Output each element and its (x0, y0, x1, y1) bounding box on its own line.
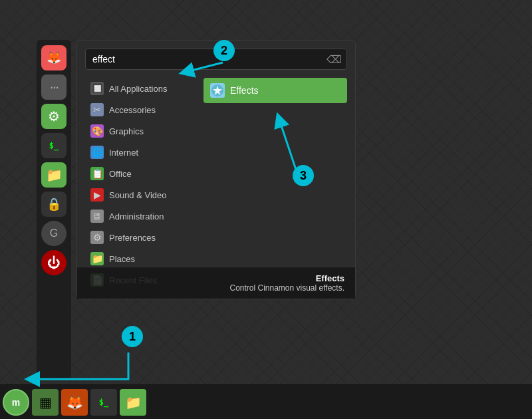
taskbar-mint-button[interactable]: m (3, 389, 29, 416)
annotation-3-label: 3 (300, 169, 307, 183)
category-soundvideo[interactable]: ▶ Sound & Video (85, 184, 198, 206)
taskbar: m ▦ 🦊 $_ 📁 (0, 384, 532, 419)
annotation-1-label: 1 (129, 330, 136, 344)
sidebar-icon-firefox[interactable]: 🦊 (41, 45, 66, 70)
annotation-3: 3 (293, 165, 314, 186)
status-description: Control Cinnamon visual effects. (229, 283, 344, 293)
category-icon-places: 📁 (90, 252, 104, 265)
category-icon-graphics: 🎨 (90, 124, 104, 138)
category-administration[interactable]: 🖥 Administration (85, 206, 198, 227)
result-label-effects: Effects (230, 85, 259, 96)
category-icon-preferences: ⚙ (90, 231, 104, 244)
sidebar-icon-toggle[interactable]: ⚙ (41, 104, 66, 129)
menu-panel: ⌫ 🔲 All Applications ✂ Accessories 🎨 Gra… (76, 40, 356, 299)
categories-list: 🔲 All Applications ✂ Accessories 🎨 Graph… (85, 78, 198, 291)
category-label-graphics: Graphics (109, 126, 144, 136)
status-bar: Effects Control Cinnamon visual effects. (77, 267, 355, 299)
status-title: Effects (229, 273, 344, 283)
category-label-all: All Applications (109, 84, 167, 94)
category-label-internet: Internet (109, 148, 138, 158)
taskbar-terminal-icon[interactable]: $_ (90, 389, 117, 416)
category-graphics[interactable]: 🎨 Graphics (85, 120, 198, 142)
category-icon-all: 🔲 (90, 82, 104, 95)
sidebar: 🦊 ··· ⚙ $_ 📁 🔒 G ⏻ (37, 40, 71, 379)
category-icon-internet: 🌐 (90, 146, 104, 159)
category-icon-office: 📋 (90, 167, 104, 180)
sidebar-icon-grub[interactable]: G (41, 221, 66, 246)
category-icon-soundvideo: ▶ (90, 188, 104, 202)
category-label-office: Office (109, 169, 132, 179)
category-label-places: Places (109, 254, 135, 264)
taskbar-firefox-icon[interactable]: 🦊 (61, 389, 88, 416)
category-label-soundvideo: Sound & Video (109, 190, 167, 200)
result-icon-effects (210, 83, 225, 98)
category-preferences[interactable]: ⚙ Preferences (85, 227, 198, 248)
sidebar-icon-power[interactable]: ⏻ (41, 250, 66, 275)
annotation-2-label: 2 (221, 44, 227, 58)
category-label-preferences: Preferences (109, 233, 156, 243)
status-text: Effects Control Cinnamon visual effects. (229, 273, 344, 293)
sidebar-icon-lock[interactable]: 🔒 (41, 192, 66, 217)
results-pane: Effects (198, 78, 347, 291)
category-accessories[interactable]: ✂ Accessories (85, 99, 198, 120)
sidebar-icon-terminal[interactable]: $_ (41, 133, 66, 158)
sidebar-icon-apps[interactable]: ··· (41, 74, 66, 100)
category-internet[interactable]: 🌐 Internet (85, 142, 198, 163)
taskbar-folder-icon[interactable]: 📁 (120, 389, 146, 416)
annotation-1: 1 (122, 326, 143, 347)
category-label-administration: Administration (109, 211, 164, 221)
category-icon-administration: 🖥 (90, 210, 104, 223)
search-clear-icon[interactable]: ⌫ (327, 53, 342, 66)
category-all[interactable]: 🔲 All Applications (85, 78, 198, 99)
sidebar-icon-folder[interactable]: 📁 (41, 162, 66, 188)
annotation-2: 2 (213, 40, 235, 61)
svg-text:m: m (12, 397, 20, 408)
taskbar-apps-icon[interactable]: ▦ (32, 389, 59, 416)
result-effects[interactable]: Effects (203, 78, 347, 103)
category-icon-accessories: ✂ (90, 103, 104, 116)
category-label-accessories: Accessories (109, 105, 156, 115)
category-office[interactable]: 📋 Office (85, 163, 198, 184)
